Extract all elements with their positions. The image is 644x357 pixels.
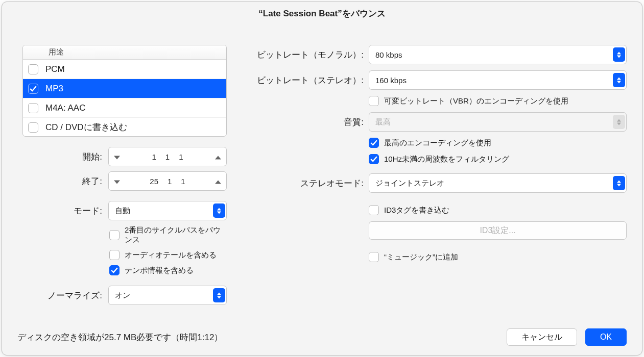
start-row: 開始: 1 1 1 (22, 147, 227, 166)
vbr-label: 可変ビットレート（VBR）のエンコーディングを使用 (384, 96, 568, 106)
add-music-label: “ミュージック”に追加 (384, 252, 458, 262)
tempo-label: テンポ情報を含める (125, 266, 194, 275)
best-encoding-label: 最高のエンコーディングを使用 (384, 138, 491, 148)
stereo-mode-value: ジョイントステレオ (375, 178, 444, 188)
ok-button[interactable]: OK (585, 328, 627, 346)
mode-row: モード: 自動 (22, 201, 227, 220)
format-row-m4a-aac[interactable]: M4A: AAC (23, 98, 226, 118)
format-label: CD / DVDに書き込む (45, 121, 127, 133)
format-label: M4A: AAC (45, 103, 85, 113)
tempo-row: テンポ情報を含める (109, 265, 227, 275)
audio-tail-label: オーディオテールを含める (125, 250, 217, 260)
select-arrows-icon (613, 176, 625, 190)
format-list: 用途 PCMMP3M4A: AACCD / DVDに書き込む (22, 45, 227, 137)
end-row: 終了: 25 1 1 (22, 171, 227, 191)
select-arrows-icon (213, 288, 225, 302)
bitrate-mono-value: 80 kbps (375, 50, 402, 59)
dialog-footer: ディスクの空き領域が25.7 MB必要です（時間1:12） キャンセル OK (2, 319, 642, 355)
start-values: 1 1 1 (152, 152, 183, 161)
dialog-content: 用途 PCMMP3M4A: AACCD / DVDに書き込む 開始: 1 1 1 (2, 24, 642, 319)
format-row-mp3[interactable]: MP3 (23, 79, 226, 98)
stereo-mode-select[interactable]: ジョイントステレオ (369, 173, 627, 193)
chevron-up-icon[interactable] (215, 177, 221, 186)
bitrate-stereo-select[interactable]: 160 kbps (369, 70, 627, 90)
cancel-button[interactable]: キャンセル (507, 328, 577, 346)
vbr-row: 可変ビットレート（VBR）のエンコーディングを使用 (369, 96, 627, 106)
filter-10hz-row: 10Hz未満の周波数をフィルタリング (369, 154, 627, 164)
add-music-row: “ミュージック”に追加 (369, 252, 627, 262)
quality-label: 音質: (242, 116, 364, 128)
mode-label: モード: (22, 205, 104, 217)
audio-tail-checkbox[interactable] (109, 250, 120, 260)
start-position-field[interactable]: 1 1 1 (108, 147, 227, 166)
left-column: 用途 PCMMP3M4A: AACCD / DVDに書き込む 開始: 1 1 1 (22, 45, 227, 319)
id3-write-row: ID3タグを書き込む (369, 205, 627, 215)
mode-select[interactable]: 自動 (108, 201, 227, 220)
bitrate-stereo-value: 160 kbps (375, 76, 407, 85)
dialog-title: “Late Session Beat”をバウンス (2, 2, 642, 24)
bitrate-mono-label: ビットレート（モノラル）: (242, 49, 364, 61)
tempo-checkbox[interactable] (109, 265, 120, 275)
format-row-pcm[interactable]: PCM (23, 60, 226, 79)
format-list-header: 用途 (23, 45, 226, 60)
format-label: PCM (45, 64, 65, 74)
footer-buttons: キャンセル OK (507, 328, 627, 346)
normalize-row: ノーマライズ: オン (22, 286, 227, 305)
bitrate-mono-row: ビットレート（モノラル）: 80 kbps (242, 45, 627, 64)
format-checkbox[interactable] (28, 84, 38, 94)
select-arrows-icon (613, 73, 625, 87)
right-column: ビットレート（モノラル）: 80 kbps ビットレート（ステレオ）: 160 … (242, 45, 627, 319)
id3-write-checkbox[interactable] (369, 205, 379, 215)
mode-value: 自動 (115, 206, 130, 216)
id3-settings-row: ID3設定... (369, 221, 627, 240)
bitrate-mono-select[interactable]: 80 kbps (369, 45, 627, 64)
best-encoding-checkbox[interactable] (369, 138, 379, 148)
format-checkbox[interactable] (28, 122, 38, 133)
quality-row: 音質: 最高 (242, 112, 627, 132)
start-bar[interactable]: 1 (152, 152, 156, 161)
filter-10hz-label: 10Hz未満の周波数をフィルタリング (384, 155, 509, 164)
second-cycle-label: 2番目のサイクルパスをバウンス (125, 225, 227, 245)
start-div[interactable]: 1 (179, 152, 183, 161)
second-cycle-checkbox (109, 230, 120, 240)
vbr-checkbox[interactable] (369, 96, 379, 106)
filter-10hz-checkbox[interactable] (369, 154, 379, 164)
normalize-label: ノーマライズ: (22, 290, 104, 301)
select-arrows-icon (613, 115, 625, 129)
normalize-value: オン (115, 291, 130, 300)
stereo-mode-row: ステレオモード: ジョイントステレオ (242, 173, 627, 193)
normalize-select[interactable]: オン (108, 286, 227, 305)
best-encoding-row: 最高のエンコーディングを使用 (369, 138, 627, 148)
end-values: 25 1 1 (150, 177, 185, 186)
start-label: 開始: (22, 151, 104, 163)
disk-space-info: ディスクの空き領域が25.7 MB必要です（時間1:12） (17, 332, 223, 343)
id3-settings-button: ID3設定... (369, 221, 627, 240)
end-label: 終了: (22, 175, 104, 187)
stereo-mode-label: ステレオモード: (242, 177, 364, 189)
end-beat[interactable]: 1 (168, 177, 172, 186)
end-bar[interactable]: 25 (150, 177, 158, 186)
second-cycle-row: 2番目のサイクルパスをバウンス (109, 225, 227, 245)
quality-value: 最高 (375, 117, 391, 127)
chevron-down-icon[interactable] (114, 152, 120, 161)
chevron-up-icon[interactable] (215, 152, 221, 161)
end-position-field[interactable]: 25 1 1 (108, 171, 227, 191)
format-checkbox[interactable] (28, 103, 38, 113)
select-arrows-icon (613, 47, 625, 62)
audio-tail-row: オーディオテールを含める (109, 250, 227, 260)
bitrate-stereo-row: ビットレート（ステレオ）: 160 kbps (242, 70, 627, 90)
bounce-dialog: “Late Session Beat”をバウンス 用途 PCMMP3M4A: A… (2, 2, 642, 355)
format-label: MP3 (45, 84, 63, 94)
format-row-cd-dvd-[interactable]: CD / DVDに書き込む (23, 118, 226, 137)
add-music-checkbox[interactable] (369, 252, 379, 262)
format-checkbox[interactable] (28, 64, 38, 74)
start-beat[interactable]: 1 (165, 152, 170, 161)
chevron-down-icon[interactable] (114, 177, 120, 186)
bitrate-stereo-label: ビットレート（ステレオ）: (242, 74, 364, 86)
quality-select: 最高 (369, 112, 627, 132)
select-arrows-icon (213, 203, 225, 218)
id3-write-label: ID3タグを書き込む (384, 206, 449, 215)
end-div[interactable]: 1 (181, 177, 185, 186)
